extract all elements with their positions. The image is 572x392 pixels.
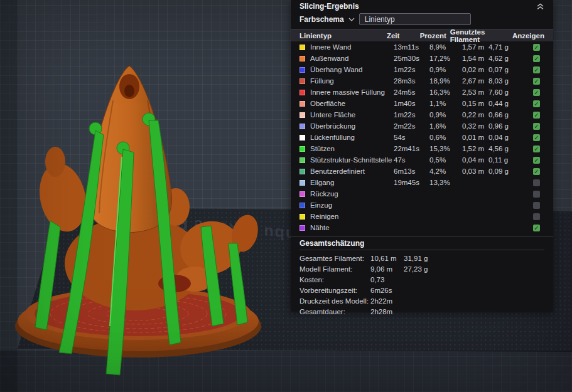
percent-value: 1,6% (429, 122, 462, 130)
summary-value-1: 0,73 (370, 276, 404, 283)
time-value: 6m13s (394, 167, 429, 175)
show-checkbox[interactable]: ✓ (533, 66, 540, 73)
slicing-result-panel: Slicing-Ergebnis Farbschema Linientyp Li… (291, 0, 553, 312)
line-type-label: Benutzerdefiniert (310, 167, 365, 175)
filament-length-value: 0,15 m (462, 100, 488, 107)
line-type-row: Stützen22m41s15,3%1,52 m4,56 g✓ (291, 143, 553, 154)
summary-row: Vorbereitungszeit:6m26s (299, 285, 544, 295)
line-type-swatch (299, 157, 305, 163)
percent-value: 4,2% (429, 167, 462, 175)
color-scheme-row: Farbschema Linientyp (291, 12, 553, 29)
line-type-label: Außenwand (310, 55, 348, 62)
percent-value: 1,1% (429, 100, 462, 107)
show-checkbox[interactable]: ✓ (533, 89, 540, 96)
summary-value-1: 2h22m (370, 297, 404, 305)
line-type-swatch (299, 67, 305, 73)
line-type-row: Überhang Wand1m22s0,9%0,02 m0,07 g✓ (291, 64, 553, 75)
color-scheme-label: Farbschema (299, 15, 344, 24)
line-type-label: Stützstruktur-Schnittstelle (310, 156, 392, 164)
summary-table: Gesamtes Filament:10,61 m31,91 gModell F… (299, 253, 544, 317)
line-type-swatch (299, 169, 305, 174)
line-type-row: Außenwand25m30s17,2%1,54 m4,62 g✓ (291, 53, 553, 64)
panel-title: Slicing-Ergebnis (299, 2, 359, 11)
summary-title: Gesamtschätzung (299, 236, 544, 250)
header-show: Anzeigen (512, 32, 544, 40)
show-checkbox[interactable]: ✓ (533, 44, 540, 51)
summary-value-1: 9,06 m (370, 265, 404, 273)
filament-length-value: 2,53 m (462, 88, 488, 96)
percent-value: 8,9% (429, 43, 462, 51)
time-value: 1m40s (394, 100, 429, 107)
filament-weight-value: 0,09 g (488, 167, 509, 175)
show-checkbox[interactable] (533, 191, 540, 198)
table-header-row: Linientyp Zeit Prozent Genutztes Filamen… (291, 29, 553, 41)
line-type-row: Benutzerdefiniert6m13s4,2%0,03 m0,09 g✓ (291, 166, 553, 177)
line-type-swatch (299, 214, 305, 220)
line-type-label: Rückzug (310, 190, 338, 198)
model-3d[interactable] (0, 0, 295, 392)
slicer-app: Bambu Texture PEI (0, 0, 572, 392)
summary-value-2: 31,91 g (404, 255, 428, 262)
collapse-panel-button[interactable] (536, 3, 544, 10)
line-type-row: Überbrückung2m22s1,6%0,32 m0,96 g✓ (291, 120, 553, 132)
line-type-row: Innere massive Füllung24m5s16,3%2,53 m7,… (291, 87, 553, 98)
summary-value-1: 2h28m (370, 308, 404, 315)
show-checkbox[interactable]: ✓ (533, 112, 540, 119)
show-checkbox[interactable] (533, 179, 540, 186)
summary-value-1: 10,61 m (370, 255, 404, 262)
show-checkbox[interactable]: ✓ (533, 168, 540, 175)
summary-label: Gesamtdauer: (299, 308, 370, 315)
summary-label: Modell Filament: (299, 265, 370, 273)
time-value: 22m41s (394, 145, 429, 152)
time-value: 54s (394, 134, 429, 141)
filament-weight-value: 0,07 g (488, 66, 509, 73)
line-type-swatch (299, 101, 305, 107)
show-checkbox[interactable]: ✓ (533, 78, 540, 85)
line-type-label: Untere Fläche (310, 111, 355, 119)
line-type-label: Überbrückung (310, 122, 355, 130)
line-type-row: Eilgang19m45s13,3% (291, 177, 553, 188)
show-checkbox[interactable]: ✓ (533, 225, 540, 231)
show-checkbox[interactable]: ✓ (533, 123, 540, 130)
time-value: 1m22s (394, 111, 429, 119)
line-type-swatch (299, 225, 305, 231)
show-checkbox[interactable]: ✓ (533, 157, 540, 164)
color-scheme-value: Linientyp (365, 15, 395, 24)
show-checkbox[interactable]: ✓ (533, 100, 540, 107)
filament-weight-value: 4,56 g (488, 145, 509, 152)
color-scheme-dropdown[interactable]: Linientyp (359, 13, 471, 25)
line-type-label: Innere Wand (310, 43, 351, 51)
show-checkbox[interactable]: ✓ (533, 146, 540, 152)
summary-value-1: 6m26s (370, 287, 404, 294)
filament-length-value: 2,67 m (462, 77, 488, 85)
filament-length-value: 1,57 m (462, 43, 488, 51)
line-type-label: Füllung (310, 77, 334, 85)
show-checkbox[interactable]: ✓ (533, 55, 540, 62)
filament-weight-value: 0,04 g (488, 134, 509, 141)
time-value: 2m22s (394, 122, 429, 130)
percent-value: 17,2% (429, 55, 462, 62)
line-type-row: Füllung28m3s18,9%2,67 m8,03 g✓ (291, 75, 553, 87)
line-type-row: Innere Wand13m11s8,9%1,57 m4,71 g✓ (291, 41, 553, 53)
line-type-swatch (299, 180, 305, 186)
filament-weight-value: 0,11 g (488, 156, 508, 164)
line-type-label: Nähte (310, 224, 330, 231)
line-type-label: Lückenfüllung (310, 134, 355, 141)
percent-value: 16,3% (429, 88, 462, 96)
filament-length-value: 0,32 m (462, 122, 488, 130)
line-type-swatch (299, 124, 305, 129)
time-value: 13m11s (394, 43, 429, 51)
summary-label: Vorbereitungszeit: (299, 287, 370, 294)
filament-weight-value: 0,66 g (488, 111, 509, 119)
percent-value: 0,9% (429, 66, 462, 73)
time-value: 25m30s (394, 55, 429, 62)
line-type-row: Reinigen (291, 211, 553, 222)
show-checkbox[interactable] (533, 202, 540, 209)
show-checkbox[interactable] (533, 213, 540, 220)
show-checkbox[interactable]: ✓ (533, 134, 540, 141)
header-line-type: Linientyp (299, 32, 387, 40)
summary-label: Kosten: (299, 276, 370, 283)
line-type-label: Eilgang (310, 179, 334, 186)
line-type-swatch (299, 146, 305, 152)
line-type-swatch (299, 56, 305, 61)
